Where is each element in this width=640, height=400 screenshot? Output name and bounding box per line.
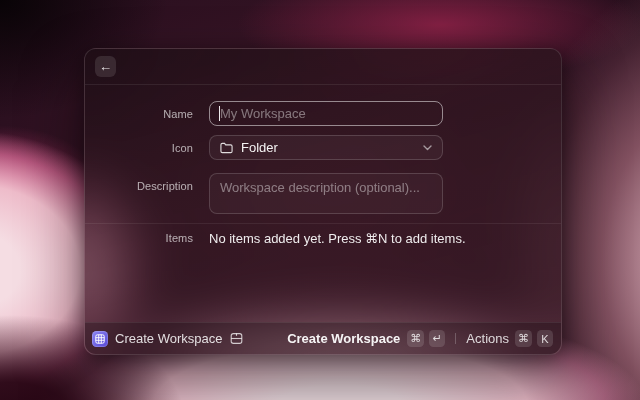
back-button[interactable]: ← [95,56,116,77]
cmd-key-badge[interactable]: ⌘ [515,330,532,347]
footer-app-title: Create Workspace [115,331,222,346]
submit-action-label[interactable]: Create Workspace [287,331,400,346]
description-field-row: Description [85,173,443,214]
name-input-wrap [209,101,443,126]
k-key-badge[interactable]: K [537,330,553,347]
icon-label: Icon [85,142,193,154]
items-section-divider [85,223,561,224]
description-label: Description [85,173,193,192]
create-workspace-window: ← Name Icon Folder Description [84,48,562,355]
chevron-down-icon [423,145,432,151]
items-row: Items No items added yet. Press ⌘N to ad… [85,230,466,246]
footer-divider [455,333,456,344]
actions-menu-label[interactable]: Actions [466,331,509,346]
workspace-app-icon [92,331,108,347]
name-label: Name [85,108,193,120]
icon-dropdown-value: Folder [241,140,278,155]
name-input[interactable] [209,101,443,126]
icon-field-row: Icon Folder [85,135,443,160]
folder-icon [220,142,233,154]
save-icon [230,332,243,345]
back-arrow-icon: ← [99,60,112,73]
items-label: Items [85,232,193,244]
window-header: ← [85,49,561,85]
name-field-row: Name [85,101,443,126]
enter-key-badge[interactable]: ↵ [429,330,445,347]
footer-bar: Create Workspace Create Workspace ⌘ ↵ Ac… [85,322,561,354]
footer-left: Create Workspace [92,331,243,347]
footer-right: Create Workspace ⌘ ↵ Actions ⌘ K [287,330,553,347]
text-caret [219,106,220,121]
items-empty-text: No items added yet. Press ⌘N to add item… [209,231,466,246]
description-textarea[interactable] [209,173,443,214]
cmd-key-badge[interactable]: ⌘ [407,330,424,347]
icon-dropdown[interactable]: Folder [209,135,443,160]
